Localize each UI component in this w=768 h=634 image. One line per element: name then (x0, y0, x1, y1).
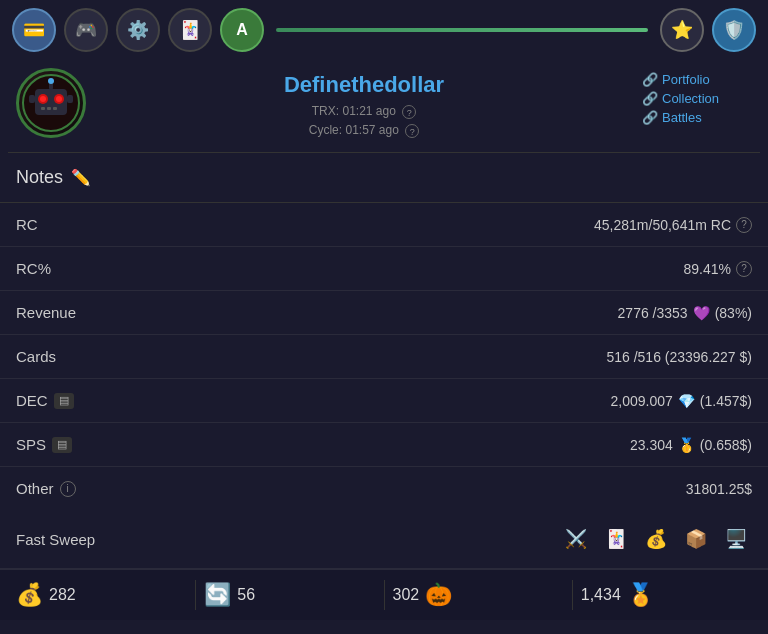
revenue-label: Revenue (16, 304, 76, 321)
bottom-divider-3 (572, 580, 573, 610)
dec-icon: ▤ (54, 393, 74, 409)
wallet-nav-btn[interactable]: 💳 (12, 8, 56, 52)
cycle-time: 01:57 ago (345, 123, 398, 137)
link-icon-battles: 🔗 (642, 110, 658, 125)
trx-time: 01:21 ago (342, 104, 395, 118)
bottom-stat-medal: 1,434 🏅 (581, 582, 752, 608)
dec-value: 2,009.007 💎 (1.457$) (611, 393, 752, 409)
rc-percent-value-text: 89.41% (684, 261, 731, 277)
potion-value: 282 (49, 586, 76, 604)
spiral-icon: 🔄 (204, 582, 231, 608)
battles-label: Battles (662, 110, 702, 125)
sweep-box-icon[interactable]: 📦 (680, 523, 712, 555)
bottom-stat-pumpkin: 302 🎃 (393, 582, 564, 608)
sps-row: SPS ▤ 23.304 🥇 (0.658$) (0, 423, 768, 467)
bottom-divider-2 (384, 580, 385, 610)
link-icon-collection: 🔗 (642, 91, 658, 106)
revenue-value: 2776 /3353 💜 (83%) (618, 305, 752, 321)
sweep-battle-icon[interactable]: ⚔️ (560, 523, 592, 555)
trx-help-icon[interactable]: ? (402, 105, 416, 119)
sweep-chest-icon[interactable]: 💰 (640, 523, 672, 555)
pumpkin-count: 302 (393, 586, 420, 604)
profile-section: Definethedollar TRX: 01:21 ago ? Cycle: … (0, 60, 768, 152)
svg-rect-11 (29, 95, 35, 103)
fast-sweep-label: Fast Sweep (16, 531, 95, 548)
dec-extra: (1.457$) (700, 393, 752, 409)
rc-percent-row: RC% 89.41% ? (0, 247, 768, 291)
dec-label: DEC ▤ (16, 392, 74, 409)
collection-link[interactable]: 🔗 Collection (642, 91, 752, 106)
dec-emoji: 💎 (678, 393, 695, 409)
pumpkin-icon: 🎃 (425, 582, 452, 608)
notes-edit-icon[interactable]: ✏️ (71, 168, 91, 187)
notes-label: Notes (16, 167, 63, 188)
sps-value: 23.304 🥇 (0.658$) (630, 437, 752, 453)
shield-nav-btn[interactable]: 🛡️ (712, 8, 756, 52)
revenue-row: Revenue 2776 /3353 💜 (83%) (0, 291, 768, 335)
sps-extra: (0.658$) (700, 437, 752, 453)
sps-value-text: 23.304 (630, 437, 673, 453)
sweep-monitor-icon[interactable]: 🖥️ (720, 523, 752, 555)
rc-percent-value: 89.41% ? (684, 261, 752, 277)
fast-sweep-icons: ⚔️ 🃏 💰 📦 🖥️ (560, 523, 752, 555)
svg-point-3 (40, 96, 46, 102)
dec-row: DEC ▤ 2,009.007 💎 (1.457$) (0, 379, 768, 423)
spiral-value: 56 (237, 586, 255, 604)
nav-progress-line (276, 28, 648, 32)
rc-help-icon[interactable]: ? (736, 217, 752, 233)
profile-meta: TRX: 01:21 ago ? Cycle: 01:57 ago ? (86, 102, 642, 140)
settings-nav-btn[interactable]: ⚙️ (116, 8, 160, 52)
cards-label: Cards (16, 348, 56, 365)
other-value-text: 31801.25$ (686, 481, 752, 497)
bottom-stat-spiral: 🔄 56 (204, 582, 375, 608)
collection-label: Collection (662, 91, 719, 106)
cards-row: Cards 516 /516 (23396.227 $) (0, 335, 768, 379)
star-nav-btn[interactable]: ⭐ (660, 8, 704, 52)
other-info-icon[interactable]: i (60, 481, 76, 497)
svg-point-5 (56, 96, 62, 102)
sps-icon: ▤ (52, 437, 72, 453)
other-value: 31801.25$ (686, 481, 752, 497)
svg-rect-7 (47, 107, 51, 110)
portfolio-link[interactable]: 🔗 Portfolio (642, 72, 752, 87)
bottom-bar: 💰 282 🔄 56 302 🎃 1,434 🏅 (0, 569, 768, 620)
fast-sweep-row: Fast Sweep ⚔️ 🃏 💰 📦 🖥️ (0, 510, 768, 569)
profile-name: Definethedollar (86, 72, 642, 98)
svg-point-10 (48, 78, 54, 84)
rc-percent-help-icon[interactable]: ? (736, 261, 752, 277)
medal-icon: 🏅 (627, 582, 654, 608)
game-nav-btn[interactable]: 🎮 (64, 8, 108, 52)
rc-value: 45,281m/50,641m RC ? (594, 217, 752, 233)
dec-value-text: 2,009.007 (611, 393, 673, 409)
sps-emoji: 🥇 (678, 437, 695, 453)
potion-icon: 💰 (16, 582, 43, 608)
battles-link[interactable]: 🔗 Battles (642, 110, 752, 125)
svg-rect-6 (41, 107, 45, 110)
svg-rect-8 (53, 107, 57, 110)
sweep-card-icon[interactable]: 🃏 (600, 523, 632, 555)
link-icon-portfolio: 🔗 (642, 72, 658, 87)
bottom-divider-1 (195, 580, 196, 610)
notes-section: Notes ✏️ (0, 153, 768, 203)
rc-percent-label: RC% (16, 260, 51, 277)
svg-rect-12 (67, 95, 73, 103)
revenue-emoji: 💜 (693, 305, 710, 321)
rc-value-text: 45,281m/50,641m RC (594, 217, 731, 233)
cards-value-text: 516 /516 (23396.227 $) (606, 349, 752, 365)
revenue-extra: (83%) (715, 305, 752, 321)
cycle-help-icon[interactable]: ? (405, 124, 419, 138)
bottom-stat-potion: 💰 282 (16, 582, 187, 608)
profile-links: 🔗 Portfolio 🔗 Collection 🔗 Battles (642, 68, 752, 125)
profile-nav-btn[interactable]: A (220, 8, 264, 52)
trx-label: TRX: (312, 104, 339, 118)
medal-count: 1,434 (581, 586, 621, 604)
other-row: Other i 31801.25$ (0, 467, 768, 510)
avatar-svg (21, 73, 81, 133)
profile-info: Definethedollar TRX: 01:21 ago ? Cycle: … (86, 68, 642, 140)
revenue-value-text: 2776 /3353 (618, 305, 688, 321)
card-nav-btn[interactable]: 🃏 (168, 8, 212, 52)
sps-label: SPS ▤ (16, 436, 72, 453)
stats-container: RC 45,281m/50,641m RC ? RC% 89.41% ? Rev… (0, 203, 768, 510)
rc-label: RC (16, 216, 38, 233)
top-navigation: 💳 🎮 ⚙️ 🃏 A ⭐ 🛡️ (0, 0, 768, 60)
